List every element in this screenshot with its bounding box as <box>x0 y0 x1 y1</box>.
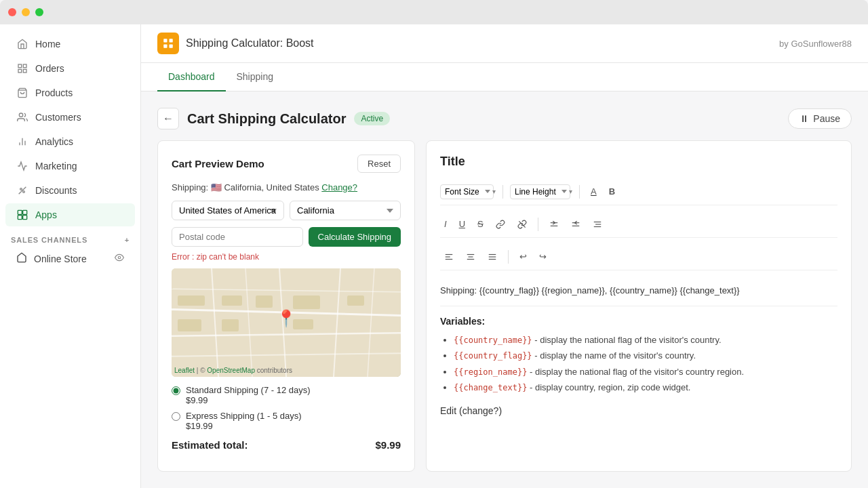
variable-item-region-name: {{region_name}} - display the national f… <box>454 364 837 380</box>
online-store-label: Online Store <box>34 253 87 264</box>
calculate-button[interactable]: Calculate Shipping <box>309 227 401 247</box>
map-copyright: | © <box>197 367 208 374</box>
svg-rect-19 <box>163 45 167 48</box>
app-author: by GoSunflower88 <box>779 39 852 49</box>
change-link[interactable]: Change? <box>321 182 357 192</box>
redo-button[interactable]: ↪ <box>535 249 551 264</box>
back-button[interactable]: ← <box>157 108 179 129</box>
express-shipping-price: $19.99 <box>186 421 302 431</box>
shipping-options: Standard Shipping (7 - 12 days) $9.99 Ex… <box>172 385 401 431</box>
sidebar-item-marketing[interactable]: Marketing <box>5 155 135 178</box>
svg-rect-37 <box>178 296 205 306</box>
underline-button[interactable]: U <box>455 216 469 232</box>
home-icon <box>16 38 28 50</box>
postal-input[interactable] <box>172 227 303 247</box>
outdent-button[interactable] <box>567 217 585 232</box>
svg-point-5 <box>19 113 22 117</box>
region-select[interactable]: California <box>290 201 401 220</box>
link-button[interactable] <box>492 217 509 232</box>
pause-button[interactable]: ⏸ Pause <box>788 108 852 129</box>
orders-icon <box>16 62 28 75</box>
svg-rect-17 <box>163 39 167 42</box>
svg-rect-12 <box>18 210 22 214</box>
content-area: ← Cart Shipping Calculator Active ⏸ Paus… <box>141 92 868 488</box>
toolbar-separator-4 <box>508 250 509 264</box>
sidebar-item-analytics[interactable]: Analytics <box>5 130 135 153</box>
svg-rect-1 <box>23 64 26 68</box>
reset-button[interactable]: Reset <box>357 155 401 173</box>
bold-button[interactable]: B <box>605 184 619 199</box>
svg-line-11 <box>19 187 26 195</box>
shipping-option-standard: Standard Shipping (7 - 12 days) $9.99 <box>172 385 401 405</box>
svg-rect-0 <box>18 64 22 68</box>
country-select[interactable]: United States of America <box>172 201 284 220</box>
sidebar: Home Orders Products Customers Analytics <box>0 24 141 488</box>
sidebar-item-products[interactable]: Products <box>5 81 135 104</box>
svg-point-10 <box>23 191 25 193</box>
svg-line-39 <box>519 221 525 227</box>
font-size-chevron: ▾ <box>492 188 496 195</box>
sidebar-item-home-label: Home <box>35 39 60 49</box>
standard-shipping-label: Standard Shipping (7 - 12 days) <box>186 385 311 395</box>
svg-rect-35 <box>256 296 273 308</box>
minimize-dot[interactable] <box>22 8 30 16</box>
svg-rect-3 <box>18 69 22 73</box>
leaflet-link[interactable]: Leaflet <box>174 367 195 374</box>
line-height-chevron: ▾ <box>569 188 572 195</box>
right-panel: Title Font Size ▾ Line Height ▾ A <box>426 140 852 472</box>
toolbar-separator-1 <box>502 185 503 199</box>
text-preview: Shipping: {{country_flag}} {{region_name… <box>440 276 837 306</box>
italic-button[interactable]: I <box>440 216 451 232</box>
sidebar-item-apps[interactable]: Apps <box>5 203 135 226</box>
justify-button[interactable] <box>484 249 501 264</box>
discounts-icon <box>16 184 28 197</box>
font-color-button[interactable]: A <box>587 184 601 199</box>
right-panel-title: Title <box>440 155 837 169</box>
customers-icon <box>16 111 28 123</box>
svg-rect-31 <box>222 296 242 306</box>
sidebar-item-customers[interactable]: Customers <box>5 106 135 129</box>
line-height-select[interactable]: Line Height <box>510 184 570 199</box>
align-left-button[interactable] <box>440 249 458 264</box>
unlink-button[interactable] <box>513 217 531 232</box>
pause-icon: ⏸ <box>800 113 809 124</box>
variable-item-country-flag: {{country_flag}} - display the name of t… <box>454 348 837 364</box>
align-right-button[interactable] <box>589 217 606 232</box>
formatting-toolbar-2: I U S <box>440 211 837 238</box>
font-size-select[interactable]: Font Size <box>440 184 494 199</box>
undo-button[interactable]: ↩ <box>515 249 531 264</box>
variable-item-country-name: {{country_name}} - display the national … <box>454 332 837 348</box>
svg-rect-2 <box>23 69 26 73</box>
sidebar-item-discounts[interactable]: Discounts <box>5 179 135 202</box>
tab-bar: Dashboard Shipping <box>141 63 868 92</box>
postal-row: Calculate Shipping <box>172 227 401 247</box>
shipping-radio-express[interactable] <box>172 412 180 421</box>
align-center-button[interactable] <box>462 249 479 264</box>
estimated-total-label: Estimated total: <box>172 439 248 451</box>
indent-button[interactable] <box>545 217 563 232</box>
close-dot[interactable] <box>8 8 16 16</box>
express-shipping-label: Express Shipping (1 - 5 days) <box>186 411 302 421</box>
location-selects: United States of America California <box>172 201 401 220</box>
sidebar-item-orders[interactable]: Orders <box>5 57 135 80</box>
fullscreen-dot[interactable] <box>35 8 43 16</box>
status-badge: Active <box>354 112 390 125</box>
svg-rect-14 <box>18 216 22 220</box>
sidebar-item-home[interactable]: Home <box>5 33 135 56</box>
edit-label[interactable]: Edit (change?) <box>440 405 837 416</box>
tab-shipping[interactable]: Shipping <box>226 63 285 92</box>
sidebar-item-orders-label: Orders <box>35 63 64 74</box>
products-icon <box>16 87 28 99</box>
shipping-radio-standard[interactable] <box>172 386 180 395</box>
standard-shipping-price: $9.99 <box>186 395 311 405</box>
osm-link[interactable]: OpenStreetMap <box>207 367 255 374</box>
window-chrome <box>0 0 868 24</box>
visibility-icon <box>115 253 124 264</box>
variables-list: {{country_name}} - display the national … <box>440 332 837 396</box>
sidebar-item-online-store[interactable]: Online Store <box>5 247 135 270</box>
tab-dashboard[interactable]: Dashboard <box>157 63 226 92</box>
add-sales-channel-icon[interactable]: + <box>125 236 130 244</box>
strikethrough-button[interactable]: S <box>473 216 488 232</box>
app-icon <box>157 33 179 54</box>
shipping-info: Shipping: 🇺🇸 California, United States C… <box>172 182 401 192</box>
